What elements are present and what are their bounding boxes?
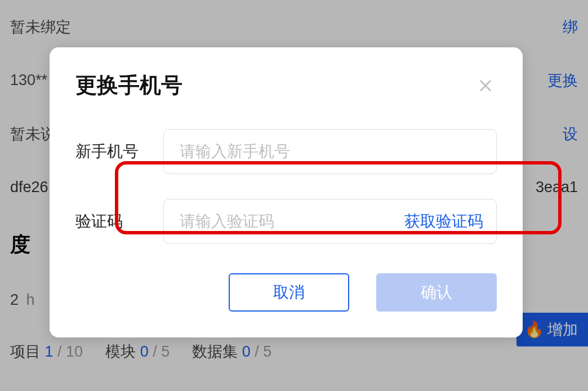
- cancel-button[interactable]: 取消: [229, 273, 349, 312]
- code-row: 验证码 获取验证码: [75, 199, 497, 244]
- get-code-button[interactable]: 获取验证码: [404, 199, 483, 244]
- modal-title: 更换手机号: [75, 71, 182, 100]
- close-button[interactable]: [474, 74, 497, 97]
- close-icon: [478, 78, 493, 94]
- phone-label: 新手机号: [75, 141, 163, 162]
- modal-header: 更换手机号: [75, 71, 497, 100]
- change-phone-modal: 更换手机号 新手机号 验证码 获取验证码 取消 确认: [50, 47, 523, 337]
- modal-actions: 取消 确认: [75, 273, 497, 312]
- phone-input[interactable]: [163, 129, 497, 174]
- phone-row: 新手机号: [75, 129, 497, 174]
- code-label: 验证码: [75, 211, 163, 232]
- confirm-button[interactable]: 确认: [376, 273, 497, 312]
